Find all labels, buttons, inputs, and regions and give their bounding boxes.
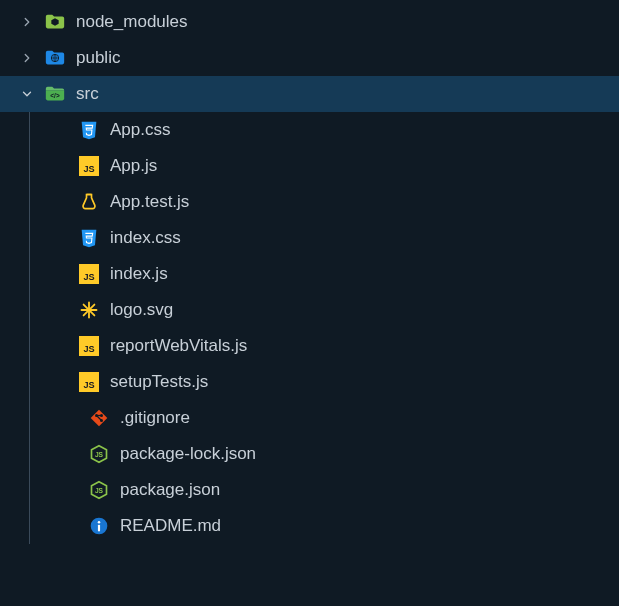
- file-row-package-lock[interactable]: JS package-lock.json: [0, 436, 619, 472]
- folder-public-icon: [44, 47, 66, 69]
- file-label: App.test.js: [110, 192, 189, 212]
- file-row-gitignore[interactable]: .gitignore: [0, 400, 619, 436]
- css-icon: [78, 227, 100, 249]
- file-label: index.js: [110, 264, 168, 284]
- svg-text:JS: JS: [95, 487, 104, 494]
- indent-guide: [29, 508, 30, 544]
- js-icon: JS: [78, 155, 100, 177]
- folder-node-icon: [44, 11, 66, 33]
- svg-point-25: [98, 521, 101, 524]
- indent-guide: [29, 472, 30, 508]
- file-label: .gitignore: [120, 408, 190, 428]
- nodejs-icon: JS: [88, 443, 110, 465]
- file-row-logo-svg[interactable]: logo.svg: [0, 292, 619, 328]
- svg-text:JS: JS: [83, 380, 94, 390]
- js-icon: JS: [78, 371, 100, 393]
- folder-label: src: [76, 84, 99, 104]
- file-label: App.js: [110, 156, 157, 176]
- folder-src-icon: </>: [44, 83, 66, 105]
- indent-guide: [29, 220, 30, 256]
- js-icon: JS: [78, 335, 100, 357]
- svg-text:JS: JS: [83, 272, 94, 282]
- svg-rect-26: [98, 525, 100, 532]
- file-explorer-tree: node_modules public </> src App.css: [0, 4, 619, 544]
- folder-row-public[interactable]: public: [0, 40, 619, 76]
- svg-icon: [78, 299, 100, 321]
- folder-label: node_modules: [76, 12, 188, 32]
- file-label: README.md: [120, 516, 221, 536]
- file-label: index.css: [110, 228, 181, 248]
- file-row-app-css[interactable]: App.css: [0, 112, 619, 148]
- git-icon: [88, 407, 110, 429]
- file-row-index-js[interactable]: JS index.js: [0, 256, 619, 292]
- file-label: package.json: [120, 480, 220, 500]
- file-row-reportwebvitals[interactable]: JS reportWebVitals.js: [0, 328, 619, 364]
- chevron-right-icon: [18, 49, 36, 67]
- file-row-index-css[interactable]: index.css: [0, 220, 619, 256]
- indent-guide: [29, 400, 30, 436]
- folder-row-src[interactable]: </> src: [0, 76, 619, 112]
- folder-label: public: [76, 48, 120, 68]
- indent-guide: [29, 328, 30, 364]
- info-icon: [88, 515, 110, 537]
- svg-text:</>: </>: [50, 92, 60, 99]
- chevron-down-icon: [18, 85, 36, 103]
- css-icon: [78, 119, 100, 141]
- chevron-right-icon: [18, 13, 36, 31]
- svg-text:JS: JS: [95, 451, 104, 458]
- folder-row-node-modules[interactable]: node_modules: [0, 4, 619, 40]
- file-label: package-lock.json: [120, 444, 256, 464]
- indent-guide: [29, 184, 30, 220]
- indent-guide: [29, 364, 30, 400]
- svg-text:JS: JS: [83, 344, 94, 354]
- indent-guide: [29, 256, 30, 292]
- nodejs-icon: JS: [88, 479, 110, 501]
- indent-guide: [29, 148, 30, 184]
- file-row-setuptests[interactable]: JS setupTests.js: [0, 364, 619, 400]
- file-row-app-test[interactable]: App.test.js: [0, 184, 619, 220]
- indent-guide: [29, 436, 30, 472]
- file-label: logo.svg: [110, 300, 173, 320]
- file-label: setupTests.js: [110, 372, 208, 392]
- svg-text:JS: JS: [83, 164, 94, 174]
- indent-guide: [29, 292, 30, 328]
- test-icon: [78, 191, 100, 213]
- file-row-readme[interactable]: README.md: [0, 508, 619, 544]
- file-label: App.css: [110, 120, 170, 140]
- file-row-package-json[interactable]: JS package.json: [0, 472, 619, 508]
- file-label: reportWebVitals.js: [110, 336, 247, 356]
- file-row-app-js[interactable]: JS App.js: [0, 148, 619, 184]
- indent-guide: [29, 112, 30, 148]
- js-icon: JS: [78, 263, 100, 285]
